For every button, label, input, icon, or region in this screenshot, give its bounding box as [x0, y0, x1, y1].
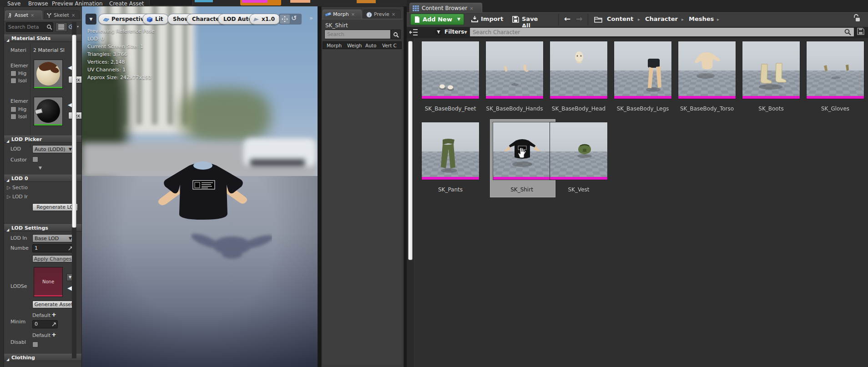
lit-button[interactable]: Lit — [142, 14, 169, 25]
asset-tile[interactable]: SK_Pants — [421, 122, 479, 193]
expand-right-icon[interactable]: ▷ — [7, 185, 10, 191]
isolate-label: Isol — [18, 114, 27, 120]
asset-name[interactable]: SK_Shirt — [493, 186, 551, 193]
tab-asset[interactable]: Asset× — [5, 10, 42, 20]
section-lod-picker[interactable]: ◢LOD Picker — [4, 136, 81, 143]
close-icon[interactable]: × — [392, 12, 395, 17]
asset-name[interactable]: SK_Vest — [550, 186, 608, 193]
viewport-options-button[interactable]: ▼ — [86, 14, 96, 25]
custom-checkbox[interactable] — [32, 156, 38, 162]
section-clothing[interactable]: ◢Clothing — [4, 354, 81, 361]
highlight-checkbox[interactable] — [10, 70, 16, 76]
close-icon[interactable]: × — [71, 13, 75, 18]
forward-button[interactable]: → — [576, 14, 582, 23]
asset-name[interactable]: SK_Gloves — [806, 106, 864, 112]
playback-speed-button[interactable]: x1.0 — [249, 14, 280, 25]
sources-scrollbar-thumb[interactable] — [408, 41, 413, 260]
asset-name[interactable]: SK_Pants — [421, 186, 479, 193]
material-thumbnail-black[interactable] — [34, 97, 63, 126]
asset-name[interactable]: SK_Boots — [742, 106, 800, 112]
breadcrumb-character[interactable]: Character — [645, 15, 678, 22]
section-lod0[interactable]: ◢LOD 0 — [4, 175, 81, 182]
asset-name[interactable]: SK_BaseBody_Head — [550, 106, 608, 112]
pan-mode-button[interactable] — [280, 15, 290, 24]
asset-person-icon — [7, 13, 13, 18]
breadcrumb-content[interactable]: Content — [607, 15, 633, 22]
asset-tile[interactable]: SK_BaseBody_Feet — [421, 41, 479, 112]
isolate-checkbox[interactable] — [10, 78, 16, 84]
asset-tile[interactable]: SK_BaseBody_Head — [550, 41, 608, 112]
shirt-mesh[interactable] — [155, 159, 251, 226]
section-material-slots[interactable]: ◢Material Slots — [4, 35, 81, 42]
menu-create-asset[interactable]: Create Asset — [109, 0, 144, 6]
breadcrumb-meshes[interactable]: Meshes — [689, 15, 714, 22]
content-browser-window: Content Browser× Add New ▼ Import Save A… — [407, 0, 868, 367]
asset-name[interactable]: SK_BaseBody_Hands — [485, 106, 544, 112]
column-auto[interactable]: Auto — [365, 43, 376, 48]
asset-tile[interactable]: SK_Vest — [550, 122, 608, 193]
tab-morph[interactable]: Morph× — [323, 10, 362, 19]
tab-asset-label: Asset — [15, 12, 28, 18]
expander-icon[interactable]: ▼ — [39, 166, 42, 170]
grid-list-icon — [58, 25, 64, 30]
window-left-edge — [0, 6, 4, 367]
apply-changes-button[interactable]: Apply Changes — [32, 255, 73, 262]
sources-panel-toggle-icon[interactable] — [409, 29, 418, 36]
expand-right-icon[interactable]: ▷ — [7, 194, 10, 200]
section-expand-icon: ◢ — [6, 177, 9, 184]
column-weight[interactable]: Weigh — [347, 43, 362, 48]
asset-tile[interactable]: SK_BaseBody_Torso — [678, 41, 736, 112]
generate-asset-button[interactable]: Generate Asset — [32, 301, 75, 308]
asset-grid[interactable]: SK_BaseBody_Feet SK_BaseBody_Hands SK_Ba… — [414, 38, 868, 367]
menu-preview-animation[interactable]: Preview Animation — [52, 0, 103, 6]
isolate-checkbox[interactable] — [10, 114, 16, 120]
breadcrumb-sep-icon: ▸ — [681, 17, 684, 22]
rotate-icon[interactable]: ↺ — [291, 14, 297, 22]
close-icon[interactable]: × — [351, 12, 355, 17]
asset-tile[interactable]: SK_BaseBody_Hands — [485, 41, 544, 112]
tab-preview[interactable]: i Previe× — [363, 10, 401, 19]
preview-viewport[interactable]: ▼ Perspective Lit Show Character LOD Aut… — [82, 6, 318, 367]
asset-tile[interactable]: SK_Gloves — [806, 41, 864, 112]
material-thumbnail-cream[interactable] — [34, 60, 63, 89]
morph-search-input[interactable] — [324, 30, 391, 39]
stat-line: Triangles: 3,766 — [87, 50, 155, 58]
asset-tile[interactable]: SK_Boots — [742, 41, 800, 112]
morph-asset-name: SK_Shirt — [325, 22, 348, 29]
add-new-button[interactable]: Add New ▼ — [410, 14, 464, 25]
column-vert-count[interactable]: Vert C — [382, 43, 397, 48]
asset-thumbnail-shirt — [493, 122, 551, 180]
save-search-icon[interactable] — [857, 28, 864, 35]
menu-save[interactable]: Save — [7, 0, 20, 6]
lod-import-dropdown[interactable]: Base LOD▼ — [32, 234, 74, 242]
add-override-button[interactable]: + — [51, 331, 56, 338]
asset-name[interactable]: SK_BaseBody_Torso — [678, 106, 736, 112]
add-override-button[interactable]: + — [51, 311, 56, 318]
tab-skeleton[interactable]: Skelet× — [44, 10, 80, 20]
disable-checkbox[interactable] — [32, 342, 38, 347]
toolbar-overflow-chevron[interactable]: » — [309, 15, 313, 21]
details-scrollbar-thumb[interactable] — [72, 35, 76, 228]
close-icon[interactable]: × — [469, 6, 473, 11]
lock-icon[interactable] — [853, 14, 861, 22]
close-icon[interactable]: × — [30, 13, 34, 18]
tab-content-browser[interactable]: Content Browser× — [409, 3, 482, 13]
asset-tile[interactable]: SK_BaseBody_Legs — [614, 41, 672, 112]
asset-name[interactable]: SK_BaseBody_Feet — [421, 106, 479, 112]
content-search-input[interactable] — [469, 27, 854, 37]
asset-name[interactable]: SK_BaseBody_Legs — [614, 106, 672, 112]
lod-dropdown[interactable]: Auto (LOD0)▼ — [32, 145, 74, 153]
regenerate-lod-button[interactable]: Regenerate LO — [32, 203, 78, 211]
back-button[interactable]: ← — [564, 14, 570, 23]
highlight-checkbox[interactable] — [10, 106, 16, 112]
number-spinbox[interactable]: 1 — [32, 244, 74, 252]
toolbar-slot — [149, 0, 193, 6]
minimum-spinbox[interactable]: 0 — [32, 320, 58, 328]
asset-tile-selected[interactable]: SK_Shirt — [493, 122, 551, 193]
column-morph[interactable]: Morph — [327, 43, 342, 48]
morph-search-button[interactable] — [391, 30, 401, 39]
display-mode-button[interactable] — [56, 22, 67, 32]
lod-settings-asset-thumbnail[interactable]: None — [34, 267, 63, 297]
section-lod-settings[interactable]: ◢LOD Settings — [4, 224, 81, 231]
menu-browse[interactable]: Browse — [28, 0, 48, 6]
